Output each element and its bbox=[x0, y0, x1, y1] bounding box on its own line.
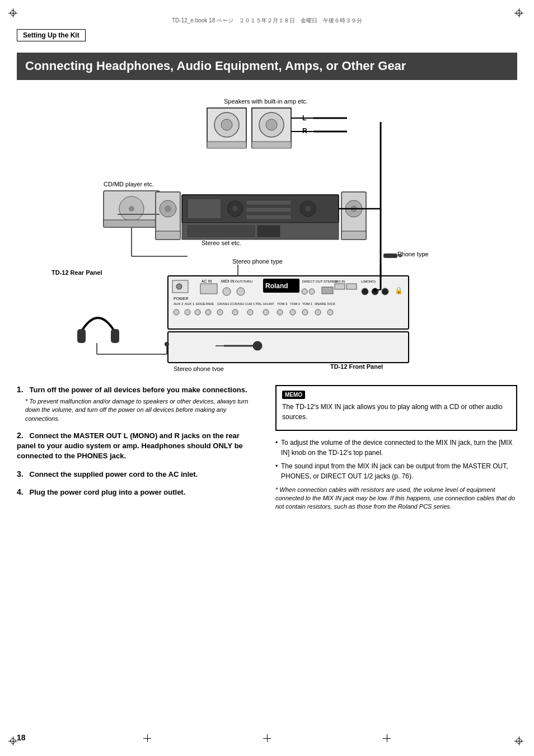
svg-point-94 bbox=[247, 309, 253, 315]
bottom-marks bbox=[0, 734, 534, 742]
svg-point-88 bbox=[174, 309, 179, 315]
svg-text:Stereo phone type: Stereo phone type bbox=[174, 365, 224, 371]
svg-rect-118 bbox=[383, 253, 397, 258]
bottom-cross-right bbox=[383, 734, 391, 742]
memo-note: When connection cables with resistors ar… bbox=[275, 486, 517, 511]
svg-rect-69 bbox=[346, 284, 357, 289]
svg-point-23 bbox=[232, 206, 238, 212]
svg-rect-25 bbox=[246, 208, 291, 212]
svg-point-89 bbox=[185, 309, 190, 315]
svg-rect-40 bbox=[341, 231, 366, 240]
step-1-note: To prevent malfunction and/or damage to … bbox=[25, 397, 259, 423]
svg-text:AUX 2: AUX 2 bbox=[174, 302, 184, 306]
svg-text:MIDI IN: MIDI IN bbox=[221, 279, 235, 283]
svg-rect-108 bbox=[111, 329, 119, 343]
svg-point-98 bbox=[302, 309, 308, 315]
memo-bullet-2: The sound input from the MIX IN jack can… bbox=[275, 461, 517, 481]
corner-mark-tr bbox=[514, 8, 526, 20]
svg-text:OUT/THRU: OUT/THRU bbox=[235, 280, 252, 283]
corner-mark-tl bbox=[8, 8, 20, 20]
svg-point-53 bbox=[176, 284, 182, 289]
svg-point-91 bbox=[205, 309, 211, 315]
step-3-number: 3. bbox=[17, 469, 24, 478]
svg-rect-4 bbox=[207, 142, 246, 148]
step-4-text: Plug the power cord plug into a power ou… bbox=[30, 488, 186, 496]
memo-intro: The TD-12's MIX IN jack allows you to pl… bbox=[282, 402, 510, 422]
memo-title: MEMO bbox=[282, 391, 510, 399]
diagram-area: Speakers with built-in amp etc. L R bbox=[17, 91, 517, 371]
steps-left: 1. Turn off the power of all devices bef… bbox=[17, 385, 259, 511]
svg-point-28 bbox=[305, 206, 311, 212]
svg-point-65 bbox=[309, 289, 315, 294]
svg-rect-8 bbox=[252, 142, 291, 148]
svg-point-112 bbox=[165, 342, 169, 346]
svg-text:CRASH 2: CRASH 2 bbox=[217, 302, 232, 306]
memo-box: MEMO The TD-12's MIX IN jack allows you … bbox=[275, 385, 517, 431]
svg-text:TOM 1: TOM 1 bbox=[302, 302, 313, 306]
svg-text:Roland: Roland bbox=[265, 282, 288, 290]
svg-text:L(MONO): L(MONO) bbox=[361, 280, 376, 283]
svg-rect-55 bbox=[200, 284, 217, 294]
svg-rect-21 bbox=[188, 199, 221, 219]
svg-text:HH CTRL: HH CTRL bbox=[247, 302, 263, 306]
step-2: 2. Connect the MASTER OUT L (MONO) and R… bbox=[17, 431, 259, 462]
svg-text:TOM 3: TOM 3 bbox=[277, 302, 288, 306]
step-3: 3. Connect the supplied power cord to th… bbox=[17, 469, 259, 480]
step-3-text: Connect the supplied power cord to the A… bbox=[30, 470, 198, 478]
svg-text:🔒: 🔒 bbox=[395, 286, 403, 294]
svg-point-92 bbox=[217, 309, 223, 315]
svg-rect-36 bbox=[156, 231, 180, 240]
svg-point-18 bbox=[129, 206, 134, 212]
svg-rect-31 bbox=[257, 226, 280, 237]
svg-text:TD-12 Front Panel: TD-12 Front Panel bbox=[330, 363, 383, 370]
step-4-number: 4. bbox=[17, 487, 24, 496]
svg-point-103 bbox=[253, 341, 262, 350]
svg-point-57 bbox=[223, 288, 231, 295]
step-1-number: 1. bbox=[17, 385, 24, 394]
svg-text:TD-12 Rear Panel: TD-12 Rear Panel bbox=[51, 269, 102, 276]
svg-text:KICK: KICK bbox=[327, 302, 335, 306]
svg-point-90 bbox=[195, 309, 200, 315]
svg-text:TOM 2: TOM 2 bbox=[290, 302, 301, 306]
svg-rect-24 bbox=[246, 200, 291, 205]
svg-text:CD/MD player etc.: CD/MD player etc. bbox=[104, 181, 154, 187]
svg-rect-68 bbox=[335, 284, 345, 289]
svg-point-59 bbox=[237, 288, 245, 295]
step-1: 1. Turn off the power of all devices bef… bbox=[17, 385, 259, 423]
memo-icon: MEMO bbox=[282, 391, 305, 399]
bottom-cross-left bbox=[143, 734, 151, 742]
svg-text:EDGE: EDGE bbox=[196, 302, 205, 306]
step-2-number: 2. bbox=[17, 431, 24, 440]
svg-rect-26 bbox=[246, 215, 291, 219]
main-heading: Connecting Headphones, Audio Equipment, … bbox=[17, 53, 517, 80]
svg-text:Stereo set etc.: Stereo set etc. bbox=[202, 240, 241, 246]
svg-text:SNARE: SNARE bbox=[315, 302, 326, 306]
svg-point-96 bbox=[277, 309, 283, 315]
svg-point-7 bbox=[266, 119, 277, 130]
svg-point-99 bbox=[315, 309, 321, 315]
svg-rect-19 bbox=[104, 220, 160, 227]
diagram-svg: Speakers with built-in amp etc. L R bbox=[17, 91, 517, 371]
bottom-cross-center bbox=[263, 734, 271, 742]
svg-text:HI-HAT: HI-HAT bbox=[263, 302, 274, 306]
page-container: TD-12_e.book 18 ページ ２０１５年２月１８日 金曜日 午後６時３… bbox=[0, 0, 534, 756]
steps-right: MEMO The TD-12's MIX IN jack allows you … bbox=[275, 385, 517, 511]
svg-text:Stereo phone type: Stereo phone type bbox=[232, 258, 283, 265]
svg-point-93 bbox=[232, 309, 238, 315]
svg-point-73 bbox=[382, 288, 388, 295]
svg-rect-66 bbox=[322, 287, 333, 294]
svg-text:CRASH 1: CRASH 1 bbox=[232, 302, 247, 306]
svg-text:RIDE: RIDE bbox=[206, 302, 214, 306]
svg-point-64 bbox=[302, 289, 307, 294]
svg-rect-101 bbox=[168, 332, 409, 363]
svg-point-35 bbox=[165, 205, 171, 212]
svg-point-95 bbox=[263, 309, 269, 315]
svg-text:Phone type: Phone type bbox=[397, 251, 429, 257]
svg-point-97 bbox=[290, 309, 296, 315]
memo-bullet-1: To adjust the volume of the device conne… bbox=[275, 438, 517, 458]
step-4: 4. Plug the power cord plug into a power… bbox=[17, 487, 259, 497]
svg-point-3 bbox=[221, 119, 232, 130]
step-2-text: Connect the MASTER OUT L (MONO) and R ja… bbox=[17, 431, 243, 460]
svg-text:DIRECT OUT: DIRECT OUT bbox=[302, 280, 323, 283]
svg-text:POWER: POWER bbox=[174, 297, 188, 300]
